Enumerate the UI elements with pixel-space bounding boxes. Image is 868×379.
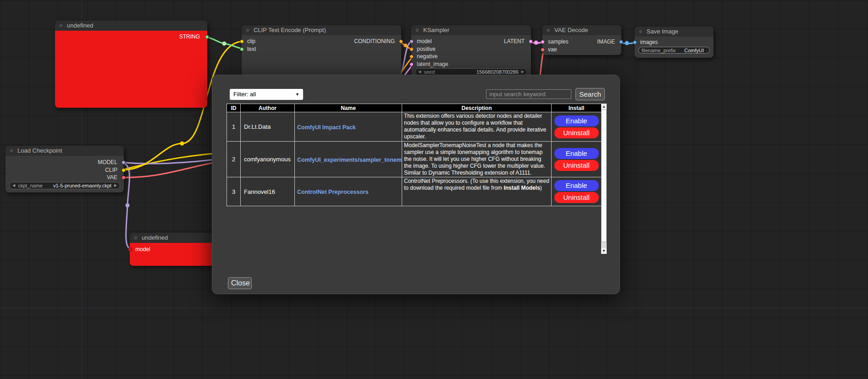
enable-button[interactable]: Enable — [554, 180, 599, 191]
table-row: 1 Dr.Lt.Data ComfyUI Impact Pack This ex… — [227, 112, 602, 142]
uninstall-button[interactable]: Uninstall — [554, 160, 599, 171]
output-dot-image[interactable] — [619, 40, 623, 44]
table-row: 3 Fannovel16 ControlNet Preprocessors Co… — [227, 177, 602, 206]
node-body — [55, 31, 207, 108]
output-label-string: STRING — [179, 33, 200, 40]
wire-dot — [180, 142, 184, 146]
node-title-bar[interactable]: CLIP Text Encode (Prompt) — [242, 25, 401, 35]
input-label-clip: clip — [247, 38, 255, 44]
filename-prefix-label: filename_prefix — [641, 48, 676, 53]
input-dot-model[interactable] — [409, 39, 414, 44]
node-clip-text-encode[interactable]: CLIP Text Encode (Prompt) clip text COND… — [242, 25, 401, 80]
input-dot-text[interactable] — [240, 47, 244, 51]
uninstall-button[interactable]: Uninstall — [554, 192, 599, 203]
node-title-bar[interactable]: VAE Decode — [542, 25, 621, 35]
cell-name: ComfyUI Impact Pack — [295, 112, 402, 142]
decrement-arrow-icon[interactable]: ◀ — [12, 184, 15, 187]
ckpt-name-widget[interactable]: ◀ ckpt_name v1-5-pruned-emaonly.ckpt ▶ — [9, 182, 120, 189]
extension-table-container: ID Author Name Description Install 1 Dr.… — [227, 104, 607, 254]
output-dot-string[interactable] — [205, 35, 209, 39]
extension-link[interactable]: ComfyUI Impact Pack — [297, 124, 356, 131]
node-vae-decode[interactable]: VAE Decode samples vae IMAGE — [542, 25, 621, 55]
input-label-samples: samples — [548, 38, 569, 45]
wire-dot — [534, 41, 538, 45]
output-label-latent: LATENT — [504, 38, 525, 44]
input-dot-negative[interactable] — [409, 55, 414, 59]
enable-button[interactable]: Enable — [554, 115, 599, 126]
input-label-images: images — [640, 39, 658, 45]
node-title: Load Checkpoint — [17, 147, 62, 154]
filename-prefix-value: ComfyUI — [684, 48, 704, 53]
node-ksampler[interactable]: KSampler model positive negative latent_… — [411, 25, 531, 80]
header-install: Install — [552, 104, 602, 112]
extension-manager-dialog: Filter: all ▼ Search ID Author Name Desc… — [212, 75, 620, 294]
node-title-bar[interactable]: Load Checkpoint — [6, 146, 124, 156]
extension-link[interactable]: ControlNet Preprocessors — [297, 189, 369, 195]
node-undefined-bottom[interactable]: undefined model — [130, 233, 215, 266]
node-save-image[interactable]: Save Image images filename_prefix ComfyU… — [635, 27, 713, 58]
input-dot-positive[interactable] — [409, 47, 414, 51]
input-label-vae: vae — [548, 46, 557, 53]
scroll-up-icon[interactable]: ▲ — [601, 104, 607, 110]
output-label-model: MODEL — [98, 159, 117, 165]
scroll-down-icon[interactable]: ▼ — [601, 248, 607, 254]
wire-dot — [126, 203, 130, 208]
cell-name: ControlNet Preprocessors — [295, 177, 402, 206]
output-label-clip: CLIP — [105, 167, 117, 173]
scrollbar[interactable]: ▲ ▼ — [601, 104, 607, 254]
node-status-dot — [245, 28, 250, 33]
input-label-model: model — [417, 38, 432, 44]
input-dot-samples[interactable] — [541, 40, 545, 44]
scrollbar-thumb[interactable] — [601, 110, 607, 242]
enable-button[interactable]: Enable — [554, 148, 599, 159]
cell-id: 1 — [227, 112, 241, 142]
node-title-bar[interactable]: Save Image — [635, 27, 713, 37]
node-status-dot — [546, 28, 551, 33]
comfyui-canvas[interactable]: { "canvas": { "nodes": { "undefined_top"… — [0, 0, 868, 379]
header-name: Name — [295, 104, 402, 112]
increment-arrow-icon[interactable]: ▶ — [521, 70, 524, 74]
filename-prefix-widget[interactable]: filename_prefix ComfyUI — [638, 47, 710, 54]
input-dot-model[interactable] — [128, 247, 132, 252]
input-dot-clip[interactable] — [240, 39, 244, 44]
node-undefined-top[interactable]: undefined STRING — [55, 21, 207, 108]
output-dot-vae[interactable] — [122, 176, 126, 180]
cell-author: Dr.Lt.Data — [241, 112, 295, 142]
output-dot-clip[interactable] — [122, 168, 126, 172]
output-dot-latent[interactable] — [529, 39, 533, 44]
node-title-bar[interactable]: KSampler — [411, 25, 531, 35]
description-text: ModelSamplerTonemapNoiseTest a node that… — [404, 142, 545, 176]
output-dot-conditioning[interactable] — [399, 39, 403, 44]
wire-dot — [625, 41, 629, 45]
search-input[interactable] — [486, 89, 571, 99]
output-dot-model[interactable] — [122, 160, 126, 165]
cell-description: This extension offers various detector n… — [402, 112, 552, 142]
seed-value: 156680208700286 — [476, 69, 519, 75]
search-button[interactable]: Search — [575, 88, 605, 100]
input-dot-vae[interactable] — [541, 48, 545, 52]
uninstall-button[interactable]: Uninstall — [554, 127, 599, 138]
wire-dot — [222, 42, 227, 46]
cell-author: Fannovel16 — [241, 177, 295, 206]
node-title-bar[interactable]: undefined — [130, 233, 215, 243]
input-label-positive: positive — [417, 46, 436, 52]
filter-select[interactable]: Filter: all ▼ — [230, 89, 303, 100]
header-author: Author — [241, 104, 295, 112]
table-header-row: ID Author Name Description Install — [227, 104, 602, 112]
increment-arrow-icon[interactable]: ▶ — [114, 184, 117, 187]
cell-id: 3 — [227, 177, 241, 206]
node-load-checkpoint[interactable]: Load Checkpoint MODEL CLIP VAE ◀ ckpt_na… — [6, 146, 124, 192]
input-dot-images[interactable] — [633, 40, 637, 44]
output-label-conditioning: CONDITIONING — [354, 38, 395, 44]
input-label-latent-image: latent_image — [417, 61, 448, 67]
decrement-arrow-icon[interactable]: ◀ — [418, 70, 421, 74]
node-title: undefined — [67, 22, 93, 29]
close-button[interactable]: Close — [228, 277, 252, 289]
ckpt-name-label: ckpt_name — [18, 183, 43, 188]
node-status-dot — [415, 28, 420, 33]
extension-link[interactable]: ComfyUI_experiments/sampler_tonemap — [297, 157, 402, 163]
input-label-model: model — [135, 246, 150, 253]
input-dot-latent-image[interactable] — [409, 62, 414, 66]
node-title-bar[interactable]: undefined — [55, 21, 207, 31]
node-status-dot — [9, 148, 14, 153]
